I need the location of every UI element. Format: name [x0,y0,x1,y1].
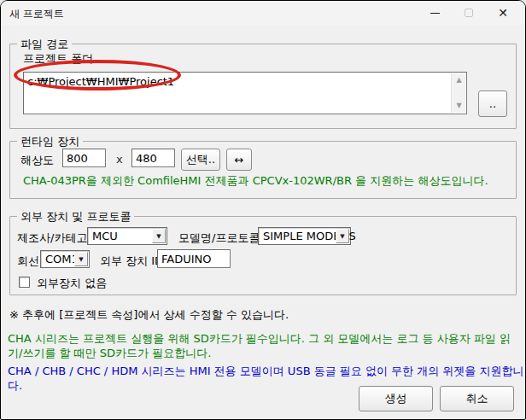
scroll-down-icon[interactable]: ▼ [452,99,466,113]
file-path-group: 파일 경로 프로젝트 폴더 c:₩Project₩HMI₩Project1 ▲ … [9,44,517,129]
line-combo[interactable]: COM1 ▼ [40,250,90,268]
close-button[interactable]: ✕ [486,1,520,25]
resolution-height-input[interactable] [132,149,175,167]
sd-card-note: CHA 시리즈는 프로젝트 실행을 위해 SD카드가 필수입니다. 그 외 모델… [8,331,523,360]
resolution-swap-button[interactable]: ↔ [226,149,252,171]
device-id-label: 외부 장치 ID [100,254,163,269]
no-external-device-checkbox[interactable] [19,277,30,288]
new-project-dialog: 새 프로젝트 ✕ 파일 경로 프로젝트 폴더 c:₩Project₩HMI₩Pr… [0,0,526,420]
model-combo[interactable]: SIMPLE MODBUS ▼ [258,227,351,245]
chevron-down-icon[interactable]: ▼ [336,229,349,243]
device-group-title: 외부 장치 및 프로토콜 [17,209,134,225]
chevron-down-icon[interactable]: ▼ [152,229,166,243]
project-folder-input[interactable]: c:₩Project₩HMI₩Project1 ▲ ▼ [23,72,467,114]
resolution-separator: x [116,153,123,166]
runtime-device-group: 런타임 장치 해상도 x 선택.. ↔ CHA-043PR을 제외한 Comfi… [9,141,517,199]
project-folder-label: 프로젝트 폴더 [23,51,93,67]
path-scrollbar[interactable]: ▲ ▼ [451,73,465,113]
resolution-note: CHA-043PR을 제외한 ComfileHMI 전제품과 CPCVx-102… [23,173,488,188]
line-value: COM1 [45,253,79,265]
project-folder-value: c:₩Project₩HMI₩Project1 [27,75,174,88]
resolution-label: 해상도 [20,153,54,168]
chevron-down-icon[interactable]: ▼ [74,252,88,266]
edit-later-note: ※ 추후에 [프로젝트 속성]에서 상세 수정할 수 있습니다. [9,307,289,322]
window-title: 새 프로젝트 [9,7,64,21]
titlebar-buttons: ✕ [418,1,520,25]
line-label: 회선 [17,254,39,269]
resolution-width-input[interactable] [62,149,106,167]
manufacturer-combo[interactable]: MCU ▼ [87,227,167,245]
device-id-input[interactable] [157,249,231,268]
maximize-button [452,1,486,25]
close-icon: ✕ [498,7,508,19]
no-external-device-label: 외부장치 없음 [37,276,107,291]
manufacturer-value: MCU [92,230,118,242]
scroll-up-icon[interactable]: ▲ [452,73,466,87]
minimize-button[interactable] [418,1,452,25]
external-device-group: 외부 장치 및 프로토콜 제조사/카테고리 MCU ▼ 모델명/프로토콜명 SI… [9,216,517,295]
cancel-button[interactable]: 취소 [440,386,514,411]
runtime-group-title: 런타임 장치 [17,134,83,149]
maximize-icon [465,9,473,17]
titlebar: 새 프로젝트 ✕ [1,1,525,25]
resolution-select-button[interactable]: 선택.. [181,149,220,171]
browse-folder-button[interactable]: .. [478,90,507,117]
file-path-group-title: 파일 경로 [17,37,72,52]
create-button[interactable]: 생성 [359,386,433,411]
minimize-icon [430,13,440,14]
